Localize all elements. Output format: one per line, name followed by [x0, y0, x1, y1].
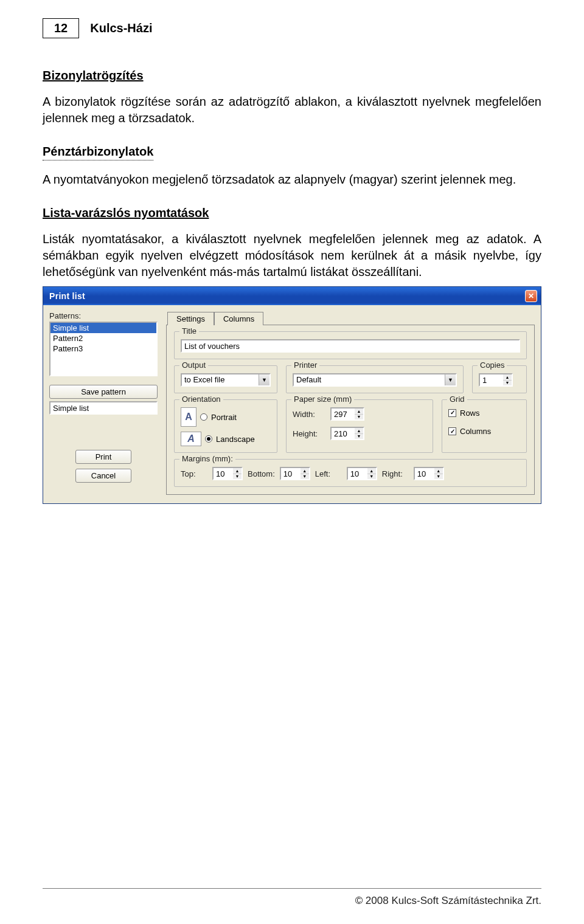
footer-divider: [43, 888, 541, 889]
output-group: Output to Excel file ▼: [174, 365, 277, 393]
landscape-label: Landscape: [216, 435, 255, 444]
width-input[interactable]: [330, 407, 355, 421]
copies-group: Copies ▲▼: [472, 365, 527, 393]
save-pattern-button[interactable]: Save pattern: [49, 385, 158, 399]
pattern-name-input[interactable]: [49, 401, 158, 415]
list-item[interactable]: Pattern2: [50, 333, 156, 343]
output-value: to Excel file: [182, 374, 259, 385]
section-heading-lista-varazslos: Lista-varázslós nyomtatások: [43, 206, 541, 220]
margins-group: Margins (mm): Top: ▲▼ Bottom: ▲▼: [174, 459, 527, 487]
spin-down-icon[interactable]: ▼: [355, 415, 363, 420]
height-input[interactable]: [330, 427, 355, 440]
portrait-label: Portrait: [211, 413, 237, 422]
height-label: Height:: [293, 429, 324, 438]
spin-up-icon[interactable]: ▲: [503, 374, 512, 381]
section-heading-bizonylatrogzites: Bizonylatrögzítés: [43, 69, 541, 83]
print-button[interactable]: Print: [75, 450, 131, 464]
spin-up-icon[interactable]: ▲: [233, 468, 242, 474]
orientation-group: Orientation A Portrait A: [174, 399, 277, 453]
tab-columns[interactable]: Columns: [214, 312, 263, 325]
spin-down-icon[interactable]: ▼: [233, 474, 242, 480]
portrait-radio[interactable]: Portrait: [200, 413, 237, 422]
grid-columns-checkbox[interactable]: Columns: [448, 427, 491, 436]
section2-paragraph: A nyomtatványokon megjelenő törzsadatok …: [43, 171, 541, 188]
title-group-label: Title: [179, 326, 199, 336]
printer-combobox[interactable]: Default ▼: [293, 373, 457, 387]
copies-input[interactable]: [479, 373, 503, 387]
printer-group-label: Printer: [291, 360, 319, 370]
spin-down-icon[interactable]: ▼: [503, 381, 512, 386]
margin-bottom-input[interactable]: [280, 467, 301, 480]
margin-top-spinner[interactable]: ▲▼: [212, 467, 243, 480]
chevron-down-icon[interactable]: ▼: [445, 374, 456, 385]
section1-paragraph: A bizonylatok rögzítése során az adatrög…: [43, 94, 541, 126]
section3-paragraph: Listák nyomtatásakor, a kiválasztott nye…: [43, 231, 541, 280]
margin-left-label: Left:: [315, 469, 342, 478]
spin-down-icon[interactable]: ▼: [301, 474, 309, 480]
spin-down-icon[interactable]: ▼: [355, 434, 363, 440]
portrait-icon: A: [181, 407, 196, 427]
spin-up-icon[interactable]: ▲: [434, 468, 443, 474]
document-title: Kulcs-Házi: [90, 21, 152, 35]
dialog-titlebar: Print list ✕: [43, 287, 541, 305]
settings-tabpanel: Title Output to Excel file ▼ Printe: [166, 325, 535, 495]
output-combobox[interactable]: to Excel file ▼: [181, 373, 271, 387]
margin-right-spinner[interactable]: ▲▼: [414, 467, 444, 480]
chevron-down-icon[interactable]: ▼: [259, 374, 269, 385]
title-group: Title: [174, 331, 527, 359]
list-item[interactable]: Simple list: [50, 323, 156, 333]
margins-group-label: Margins (mm):: [179, 454, 235, 463]
grid-rows-checkbox[interactable]: Rows: [448, 409, 480, 418]
landscape-radio[interactable]: Landscape: [205, 435, 255, 444]
grid-rows-label: Rows: [460, 409, 480, 418]
spin-up-icon[interactable]: ▲: [355, 409, 363, 415]
spin-up-icon[interactable]: ▲: [301, 468, 309, 474]
print-list-dialog: Print list ✕ Patterns: Simple list Patte…: [43, 286, 541, 504]
close-button[interactable]: ✕: [525, 290, 537, 302]
spin-down-icon[interactable]: ▼: [367, 474, 376, 480]
tab-settings[interactable]: Settings: [167, 312, 214, 325]
patterns-label: Patterns:: [49, 311, 158, 320]
printer-group: Printer Default ▼: [286, 365, 464, 393]
spin-up-icon[interactable]: ▲: [355, 428, 363, 434]
grid-group: Grid Rows Columns: [442, 399, 527, 453]
orientation-group-label: Orientation: [179, 395, 223, 404]
margin-bottom-spinner[interactable]: ▲▼: [280, 467, 310, 480]
dialog-title: Print list: [49, 291, 85, 301]
margin-top-input[interactable]: [212, 467, 233, 480]
margin-left-input[interactable]: [347, 467, 367, 480]
footer-text: © 2008 Kulcs-Soft Számítástechnika Zrt.: [355, 895, 541, 907]
copies-group-label: Copies: [478, 360, 507, 370]
page-number: 12: [43, 18, 79, 38]
grid-group-label: Grid: [447, 395, 467, 404]
spin-up-icon[interactable]: ▲: [367, 468, 376, 474]
landscape-icon: A: [181, 432, 201, 446]
width-label: Width:: [293, 410, 324, 419]
grid-columns-label: Columns: [460, 427, 491, 436]
margin-bottom-label: Bottom:: [248, 469, 275, 478]
margin-right-input[interactable]: [414, 467, 434, 480]
patterns-listbox[interactable]: Simple list Pattern2 Pattern3: [49, 322, 158, 376]
copies-spinner[interactable]: ▲▼: [479, 373, 520, 387]
printer-value: Default: [294, 374, 445, 385]
close-icon: ✕: [528, 292, 534, 300]
paper-size-group: Paper size (mm) Width: ▲▼ Height:: [286, 399, 433, 453]
margin-left-spinner[interactable]: ▲▼: [347, 467, 377, 480]
section-heading-penztarbizonylatok: Pénztárbizonylatok: [43, 145, 153, 160]
width-spinner[interactable]: ▲▼: [330, 407, 364, 421]
paper-size-group-label: Paper size (mm): [291, 395, 354, 404]
title-input[interactable]: [181, 339, 520, 353]
cancel-button[interactable]: Cancel: [75, 469, 131, 483]
spin-down-icon[interactable]: ▼: [434, 474, 443, 480]
list-item[interactable]: Pattern3: [50, 343, 156, 354]
output-group-label: Output: [179, 360, 208, 370]
margin-top-label: Top:: [181, 469, 207, 478]
margin-right-label: Right:: [382, 469, 409, 478]
height-spinner[interactable]: ▲▼: [330, 427, 364, 440]
page-header: 12 Kulcs-Házi: [43, 18, 541, 38]
